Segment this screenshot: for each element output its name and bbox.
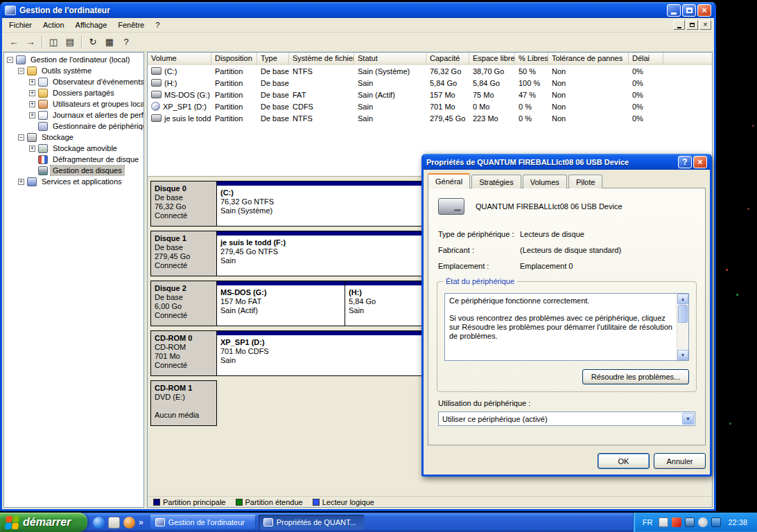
start-button[interactable]: démarrer xyxy=(0,513,87,532)
tree-item-dossiers-partages[interactable]: +Dossiers partagés xyxy=(4,87,143,98)
tree-item-services-et-applications[interactable]: +Services et applications xyxy=(4,176,143,187)
minimize-button[interactable] xyxy=(667,4,681,17)
forward-button[interactable]: → xyxy=(22,35,39,50)
taskbar-task-proprietes-de-quant[interactable]: Propriétés de QUANT... xyxy=(259,515,364,530)
close-button[interactable]: × xyxy=(697,4,711,17)
column-header-volume[interactable]: Volume xyxy=(148,53,211,65)
menu-fichier[interactable]: Fichier xyxy=(3,19,37,31)
tab-strategies[interactable]: Stratégies xyxy=(471,175,521,188)
tab-general[interactable]: Général xyxy=(428,173,470,188)
combo-dropdown-icon[interactable]: ▼ xyxy=(682,413,694,425)
mdi-restore-button[interactable] xyxy=(686,20,698,30)
troubleshoot-button[interactable]: Résoudre les problèmes... xyxy=(582,369,689,384)
quick-launch-chevron-icon[interactable]: » xyxy=(139,517,143,527)
expand-icon[interactable]: + xyxy=(29,145,35,152)
column-header-espace-libre[interactable]: Espace libre xyxy=(469,53,515,65)
taskbar-task-gestion-de-l-ordinateur[interactable]: Gestion de l'ordinateur xyxy=(150,515,256,530)
column-header-disposition[interactable]: Disposition xyxy=(211,53,257,65)
window-titlebar[interactable]: Gestion de l'ordinateur × xyxy=(2,2,714,18)
media-player-icon[interactable] xyxy=(123,517,135,529)
tree-item-stockage[interactable]: −Stockage xyxy=(4,132,143,143)
show-console-tree-button[interactable]: ◫ xyxy=(45,35,62,50)
volume-row-h[interactable]: (H:)PartitionDe baseSain5,84 Go5,84 Go10… xyxy=(148,77,712,89)
export-list-button[interactable]: ▦ xyxy=(101,35,118,50)
status-scrollbar[interactable]: ▲ ▼ xyxy=(677,294,688,360)
expand-icon[interactable]: + xyxy=(29,79,35,85)
tree-item-stockage-amovible[interactable]: +Stockage amovible xyxy=(4,143,143,154)
column-header-tolerance-de-pannes[interactable]: Tolérance de pannes xyxy=(548,53,629,65)
tree-item-observateur-d-evenements[interactable]: +Observateur d'événements xyxy=(4,76,143,87)
menu-help[interactable]: ? xyxy=(150,19,165,31)
dialog-close-button[interactable]: × xyxy=(693,156,707,168)
refresh-button[interactable]: ↻ xyxy=(85,35,101,50)
device-usage-select[interactable]: Utiliser ce périphérique (activé) ▼ xyxy=(438,411,695,426)
tree-item-gestion-des-disques[interactable]: Gestion des disques xyxy=(4,165,143,176)
disk-header-cd-rom-1[interactable]: CD-ROM 1DVD (E:)Aucun média xyxy=(150,380,217,426)
tree-item-gestionnaire-de-peripherique[interactable]: Gestionnaire de périphérique xyxy=(4,121,143,132)
properties-button[interactable]: ▤ xyxy=(62,35,78,50)
volume-row-ms-dos-g[interactable]: MS-DOS (G:)PartitionDe baseFATSain (Acti… xyxy=(148,89,712,100)
tree-item-gestion-de-l-ordinateur-local[interactable]: −Gestion de l'ordinateur (local) xyxy=(4,54,143,65)
clock[interactable]: 22:38 xyxy=(728,518,747,526)
tree-item-defragmenteur-de-disque[interactable]: Défragmenteur de disque xyxy=(4,154,143,165)
volume-row-je-suis-le-todd-f[interactable]: je suis le todd (F:)PartitionDe baseNTFS… xyxy=(148,112,712,124)
scroll-up-icon[interactable]: ▲ xyxy=(677,294,688,304)
device-status-box[interactable]: Ce périphérique fonctionne correctement.… xyxy=(444,293,689,361)
tray-volume-icon[interactable] xyxy=(698,517,708,527)
tray-network-icon[interactable] xyxy=(711,517,721,527)
mdi-close-button[interactable]: × xyxy=(699,20,711,30)
column-header-libres[interactable]: % Libres xyxy=(515,53,548,65)
show-desktop-icon[interactable] xyxy=(108,517,120,529)
disk-header-disque-0[interactable]: Disque 0De base76,32 GoConnecté xyxy=(150,181,217,227)
column-header-filler xyxy=(663,53,712,65)
column-header-type[interactable]: Type xyxy=(257,53,289,65)
back-button[interactable]: ← xyxy=(6,35,22,50)
internet-explorer-icon[interactable] xyxy=(93,517,105,529)
volume-cell: De base xyxy=(257,79,289,87)
column-header-delai[interactable]: Délai xyxy=(629,53,663,65)
mdi-minimize-button[interactable] xyxy=(673,20,685,30)
dialog-help-button[interactable]: ? xyxy=(678,156,692,168)
menu-action[interactable]: Action xyxy=(37,19,70,31)
ok-button[interactable]: OK xyxy=(598,453,650,469)
tab-pilote[interactable]: Pilote xyxy=(568,175,603,188)
expand-icon[interactable]: + xyxy=(29,101,35,107)
partition-ms-dos-g[interactable]: MS-DOS (G:)157 Mo FATSain (Actif) xyxy=(216,281,345,326)
volume-cell: 5,84 Go xyxy=(426,79,469,87)
legend-item: Lecteur logique xyxy=(313,498,374,506)
language-indicator[interactable]: FR xyxy=(641,517,655,527)
tray-antivirus-icon[interactable] xyxy=(672,517,681,527)
expand-icon[interactable]: + xyxy=(18,179,24,185)
collapse-icon[interactable]: − xyxy=(18,68,24,74)
tree-item-journaux-et-alertes-de-perfo[interactable]: +Journaux et alertes de perfo xyxy=(4,109,143,121)
cancel-button[interactable]: Annuler xyxy=(654,453,706,469)
tray-keyboard-icon[interactable] xyxy=(659,517,668,527)
volume-row-xp-sp1-d[interactable]: XP_SP1 (D:)PartitionDe baseCDFSSain701 M… xyxy=(148,100,712,112)
tray-display-icon[interactable] xyxy=(685,517,695,527)
maximize-button[interactable] xyxy=(682,4,696,17)
help-button[interactable]: ? xyxy=(118,35,134,50)
volume-cell: Non xyxy=(548,103,629,111)
tab-volumes[interactable]: Volumes xyxy=(523,175,567,188)
column-header-capacite[interactable]: Capacité xyxy=(426,53,469,65)
desktop[interactable]: Gestion de l'ordinateur × FichierActionA… xyxy=(0,0,757,532)
dialog-titlebar[interactable]: Propriétés de QUANTUM FIREBALLlct08 06 U… xyxy=(424,154,710,170)
disk-header-disque-1[interactable]: Disque 1De base279,45 GoConnecté xyxy=(150,231,217,276)
tree-item-outils-systeme[interactable]: −Outils système xyxy=(4,65,143,76)
column-header-statut[interactable]: Statut xyxy=(354,53,426,65)
column-header-systeme-de-fichiers[interactable]: Système de fichiers xyxy=(289,53,354,65)
volume-row-c[interactable]: (C:)PartitionDe baseNTFSSain (Système)76… xyxy=(148,65,712,77)
device-usage-label: Utilisation du périphérique : xyxy=(438,399,530,407)
tree-item-label: Stockage amovible xyxy=(51,143,119,153)
scroll-down-icon[interactable]: ▼ xyxy=(677,350,688,360)
menu-fenetre[interactable]: Fenêtre xyxy=(112,19,150,31)
tree-item-utilisateurs-et-groupes-locau[interactable]: +Utilisateurs et groupes locau xyxy=(4,98,143,109)
disk-header-disque-2[interactable]: Disque 2De base6,00 GoConnecté xyxy=(150,281,217,326)
disk-header-cd-rom-0[interactable]: CD-ROM 0CD-ROM701 MoConnecté xyxy=(150,330,217,376)
collapse-icon[interactable]: − xyxy=(7,57,13,63)
scroll-thumb[interactable] xyxy=(678,305,688,323)
expand-icon[interactable]: + xyxy=(29,90,35,96)
collapse-icon[interactable]: − xyxy=(18,134,24,141)
menu-affichage[interactable]: Affichage xyxy=(70,19,113,31)
expand-icon[interactable]: + xyxy=(29,112,35,118)
